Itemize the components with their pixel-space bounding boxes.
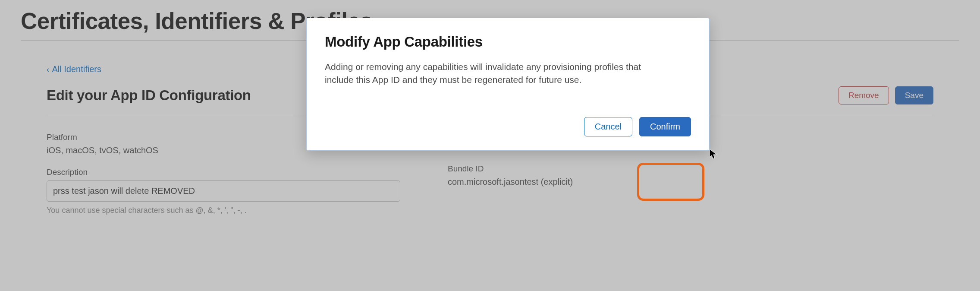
confirm-button[interactable]: Confirm: [639, 117, 691, 136]
modal-title: Modify App Capabilities: [325, 34, 691, 50]
modal-body-text: Adding or removing any capabilities will…: [325, 60, 670, 87]
modify-capabilities-modal: Modify App Capabilities Adding or removi…: [306, 18, 710, 151]
modal-actions: Cancel Confirm: [325, 117, 691, 136]
cancel-button[interactable]: Cancel: [584, 117, 632, 136]
